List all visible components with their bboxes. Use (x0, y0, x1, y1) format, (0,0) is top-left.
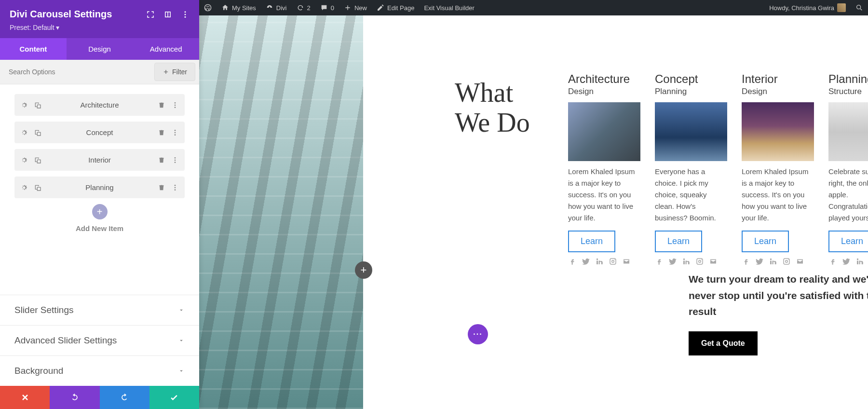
svg-point-8 (175, 134, 176, 136)
linkedin-icon[interactable] (855, 257, 864, 266)
accordion-advanced-slider-settings[interactable]: Advanced Slider Settings (0, 325, 199, 355)
site-name[interactable]: Divi (261, 0, 292, 15)
facebook-icon[interactable] (655, 257, 664, 266)
wp-logo[interactable] (199, 0, 217, 15)
learn-button[interactable]: Learn (828, 231, 868, 252)
exit-visual-builder[interactable]: Exit Visual Builder (419, 0, 479, 15)
item-label: Interior (41, 156, 158, 164)
get-quote-button[interactable]: Get a Quote (689, 331, 758, 355)
search-input[interactable] (0, 61, 154, 82)
facebook-icon[interactable] (828, 257, 837, 266)
search-row: Filter (0, 60, 199, 84)
email-icon[interactable] (796, 257, 804, 266)
instagram-icon[interactable] (609, 257, 617, 266)
more-vertical-icon[interactable] (181, 10, 190, 19)
card-description: Everyone has a choice. I pick my choice,… (655, 166, 727, 224)
card-architecture: Architecture Design Lorem Khaled Ipsum i… (568, 72, 640, 266)
instagram-icon[interactable] (782, 257, 791, 266)
email-icon[interactable] (709, 257, 718, 266)
carousel-items-list: Architecture Concept Interior (0, 84, 199, 295)
expand-icon[interactable] (146, 10, 155, 19)
accordion-slider-settings[interactable]: Slider Settings (0, 295, 199, 325)
add-item-label: Add New Item (14, 224, 185, 232)
comments[interactable]: 0 (315, 0, 339, 15)
svg-point-0 (185, 11, 186, 13)
gear-icon[interactable] (20, 184, 28, 191)
cancel-button[interactable] (0, 386, 50, 409)
avatar (837, 3, 846, 12)
add-item-button[interactable]: + (92, 204, 108, 219)
trash-icon[interactable] (158, 129, 165, 136)
save-button[interactable] (149, 386, 199, 409)
carousel-item[interactable]: Concept (14, 122, 185, 143)
user-greeting[interactable]: Howdy, Christina Gwira (764, 0, 851, 15)
preset-selector[interactable]: Preset: Default ▾ (10, 24, 190, 31)
learn-button[interactable]: Learn (655, 231, 702, 252)
builder-more-button[interactable]: ··· (468, 324, 488, 344)
more-vertical-icon[interactable] (171, 129, 179, 136)
new-content[interactable]: New (339, 0, 372, 15)
tab-design[interactable]: Design (67, 38, 133, 60)
gauge-icon (266, 4, 273, 12)
carousel-cards: Architecture Design Lorem Khaled Ipsum i… (568, 72, 868, 266)
svg-point-6 (175, 130, 176, 131)
twitter-icon[interactable] (582, 257, 590, 266)
accordion-background[interactable]: Background (0, 355, 199, 386)
my-sites[interactable]: My Sites (217, 0, 261, 15)
updates[interactable]: 2 (292, 0, 315, 15)
trash-icon[interactable] (158, 101, 165, 109)
more-vertical-icon[interactable] (171, 156, 179, 164)
trash-icon[interactable] (158, 184, 165, 191)
hero-image (199, 15, 363, 409)
duplicate-icon[interactable] (34, 129, 41, 136)
more-vertical-icon[interactable] (171, 101, 179, 109)
hero-heading: What We Do (455, 78, 530, 137)
carousel-item[interactable]: Interior (14, 149, 185, 171)
svg-point-11 (175, 162, 176, 163)
snap-icon[interactable] (163, 10, 172, 19)
settings-tabs: Content Design Advanced (0, 38, 199, 60)
carousel-item[interactable]: Planning (14, 177, 185, 198)
email-icon[interactable] (622, 257, 631, 266)
svg-point-9 (175, 157, 176, 159)
gear-icon[interactable] (20, 101, 28, 109)
tab-advanced[interactable]: Advanced (133, 38, 199, 60)
linkedin-icon[interactable] (595, 257, 604, 266)
edit-page[interactable]: Edit Page (372, 0, 419, 15)
twitter-icon[interactable] (755, 257, 764, 266)
learn-button[interactable]: Learn (742, 231, 789, 252)
trash-icon[interactable] (158, 156, 165, 164)
panel-title: Divi Carousel Settings (10, 9, 112, 20)
linkedin-icon[interactable] (682, 257, 691, 266)
accordion-title: Slider Settings (14, 305, 74, 315)
svg-point-3 (175, 102, 176, 104)
redo-button[interactable] (100, 386, 149, 409)
duplicate-icon[interactable] (34, 156, 41, 164)
facebook-icon[interactable] (742, 257, 750, 266)
gear-icon[interactable] (20, 129, 28, 136)
search[interactable] (851, 0, 868, 15)
instagram-icon[interactable] (695, 257, 704, 266)
linkedin-icon[interactable] (769, 257, 777, 266)
duplicate-icon[interactable] (34, 101, 41, 109)
card-image (828, 102, 868, 161)
twitter-icon[interactable] (668, 257, 677, 266)
page-preview: What We Do Architecture Design Lorem Kha… (199, 15, 868, 409)
wp-admin-bar: My Sites Divi 2 0 New Edit Page Exit Vis… (199, 0, 868, 15)
more-vertical-icon[interactable] (171, 184, 179, 191)
search-icon (855, 4, 863, 12)
gear-icon[interactable] (20, 156, 28, 164)
pencil-icon (377, 4, 384, 12)
filter-button[interactable]: Filter (154, 63, 195, 81)
svg-point-22 (701, 259, 702, 260)
card-interior: Interior Design Lorem Khaled Ipsum is a … (742, 72, 814, 266)
facebook-icon[interactable] (568, 257, 577, 266)
undo-button[interactable] (50, 386, 99, 409)
duplicate-icon[interactable] (34, 184, 41, 191)
learn-button[interactable]: Learn (568, 231, 615, 252)
twitter-icon[interactable] (842, 257, 851, 266)
carousel-item[interactable]: Architecture (14, 94, 185, 116)
add-section-button[interactable]: + (355, 261, 372, 279)
tab-content[interactable]: Content (0, 38, 67, 60)
plus-icon (344, 4, 352, 12)
